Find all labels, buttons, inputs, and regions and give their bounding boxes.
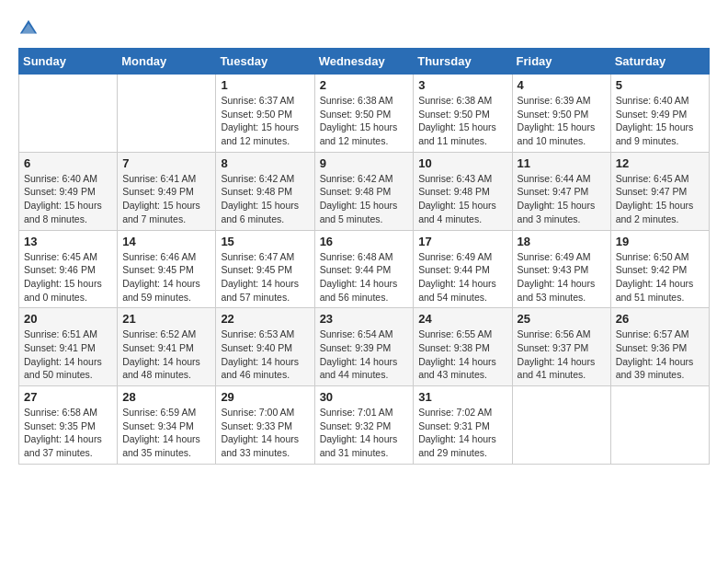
day-number: 25: [518, 312, 606, 326]
calendar-cell: 31Sunrise: 7:02 AMSunset: 9:31 PMDayligh…: [414, 386, 512, 465]
calendar-cell: 23Sunrise: 6:54 AMSunset: 9:39 PMDayligh…: [314, 308, 414, 386]
calendar-cell: 4Sunrise: 6:39 AMSunset: 9:50 PMDaylight…: [512, 75, 610, 153]
day-number: 22: [221, 312, 309, 326]
calendar-cell: 2Sunrise: 6:38 AMSunset: 9:50 PMDaylight…: [314, 75, 414, 153]
day-number: 18: [518, 235, 606, 248]
calendar-cell: [118, 75, 216, 153]
day-number: 31: [418, 390, 506, 404]
day-number: 2: [320, 78, 409, 92]
calendar-week-row: 1Sunrise: 6:37 AMSunset: 9:50 PMDaylight…: [19, 75, 710, 153]
day-number: 24: [418, 312, 506, 326]
calendar-cell: 29Sunrise: 7:00 AMSunset: 9:33 PMDayligh…: [216, 386, 314, 465]
cell-content: Sunrise: 6:37 AMSunset: 9:50 PMDaylight:…: [221, 94, 309, 148]
day-number: 23: [320, 312, 409, 326]
calendar-cell: 16Sunrise: 6:48 AMSunset: 9:44 PMDayligh…: [314, 230, 414, 308]
cell-content: Sunrise: 6:38 AMSunset: 9:50 PMDaylight:…: [418, 94, 506, 148]
day-number: 30: [320, 390, 409, 404]
calendar-cell: 12Sunrise: 6:45 AMSunset: 9:47 PMDayligh…: [610, 152, 709, 230]
cell-content: Sunrise: 6:40 AMSunset: 9:49 PMDaylight:…: [24, 172, 112, 226]
day-header-monday: Monday: [118, 49, 216, 75]
day-header-wednesday: Wednesday: [314, 49, 414, 75]
calendar-cell: 30Sunrise: 7:01 AMSunset: 9:32 PMDayligh…: [314, 386, 414, 465]
cell-content: Sunrise: 6:44 AMSunset: 9:47 PMDaylight:…: [518, 172, 606, 226]
calendar-header-row: SundayMondayTuesdayWednesdayThursdayFrid…: [19, 49, 710, 75]
cell-content: Sunrise: 6:55 AMSunset: 9:38 PMDaylight:…: [418, 327, 506, 382]
day-number: 21: [122, 312, 210, 326]
day-number: 5: [616, 78, 704, 92]
cell-content: Sunrise: 6:51 AMSunset: 9:41 PMDaylight:…: [24, 327, 112, 382]
day-number: 16: [320, 235, 409, 248]
cell-content: Sunrise: 6:45 AMSunset: 9:47 PMDaylight:…: [616, 172, 704, 226]
cell-content: Sunrise: 6:59 AMSunset: 9:34 PMDaylight:…: [122, 406, 210, 460]
day-header-friday: Friday: [512, 49, 610, 75]
calendar-cell: 27Sunrise: 6:58 AMSunset: 9:35 PMDayligh…: [19, 386, 118, 465]
day-number: 20: [24, 312, 112, 326]
day-number: 29: [221, 390, 309, 404]
calendar-cell: 7Sunrise: 6:41 AMSunset: 9:49 PMDaylight…: [118, 152, 216, 230]
day-number: 3: [418, 78, 506, 92]
logo-icon: [18, 18, 39, 39]
day-number: 13: [24, 235, 112, 248]
cell-content: Sunrise: 7:01 AMSunset: 9:32 PMDaylight:…: [320, 406, 409, 460]
day-number: 19: [616, 235, 704, 248]
cell-content: Sunrise: 6:49 AMSunset: 9:43 PMDaylight:…: [518, 250, 606, 304]
day-header-tuesday: Tuesday: [216, 49, 314, 75]
calendar-cell: 19Sunrise: 6:50 AMSunset: 9:42 PMDayligh…: [610, 230, 709, 308]
calendar-cell: 26Sunrise: 6:57 AMSunset: 9:36 PMDayligh…: [610, 308, 709, 386]
day-header-saturday: Saturday: [610, 49, 709, 75]
calendar-cell: 13Sunrise: 6:45 AMSunset: 9:46 PMDayligh…: [19, 230, 118, 308]
cell-content: Sunrise: 6:58 AMSunset: 9:35 PMDaylight:…: [24, 406, 112, 460]
calendar-cell: 1Sunrise: 6:37 AMSunset: 9:50 PMDaylight…: [216, 75, 314, 153]
cell-content: Sunrise: 6:52 AMSunset: 9:41 PMDaylight:…: [122, 327, 210, 382]
day-number: 9: [320, 156, 409, 170]
cell-content: Sunrise: 6:38 AMSunset: 9:50 PMDaylight:…: [320, 94, 409, 148]
page-header: [18, 18, 710, 39]
day-number: 15: [221, 235, 309, 248]
cell-content: Sunrise: 6:42 AMSunset: 9:48 PMDaylight:…: [320, 172, 409, 226]
calendar-cell: 21Sunrise: 6:52 AMSunset: 9:41 PMDayligh…: [118, 308, 216, 386]
day-number: 8: [221, 156, 309, 170]
calendar-week-row: 20Sunrise: 6:51 AMSunset: 9:41 PMDayligh…: [19, 308, 710, 386]
cell-content: Sunrise: 6:41 AMSunset: 9:49 PMDaylight:…: [122, 172, 210, 226]
cell-content: Sunrise: 7:02 AMSunset: 9:31 PMDaylight:…: [418, 406, 506, 460]
calendar-cell: 3Sunrise: 6:38 AMSunset: 9:50 PMDaylight…: [414, 75, 512, 153]
calendar-cell: [512, 386, 610, 465]
calendar-table: SundayMondayTuesdayWednesdayThursdayFrid…: [18, 48, 710, 465]
cell-content: Sunrise: 6:56 AMSunset: 9:37 PMDaylight:…: [518, 327, 606, 382]
calendar-cell: 24Sunrise: 6:55 AMSunset: 9:38 PMDayligh…: [414, 308, 512, 386]
day-header-sunday: Sunday: [19, 49, 118, 75]
day-number: 4: [518, 78, 606, 92]
cell-content: Sunrise: 7:00 AMSunset: 9:33 PMDaylight:…: [221, 406, 309, 460]
day-number: 28: [122, 390, 210, 404]
cell-content: Sunrise: 6:48 AMSunset: 9:44 PMDaylight:…: [320, 250, 409, 304]
cell-content: Sunrise: 6:53 AMSunset: 9:40 PMDaylight:…: [221, 327, 309, 382]
cell-content: Sunrise: 6:40 AMSunset: 9:49 PMDaylight:…: [616, 94, 704, 148]
day-number: 10: [418, 156, 506, 170]
logo: [18, 18, 42, 39]
cell-content: Sunrise: 6:39 AMSunset: 9:50 PMDaylight:…: [518, 94, 606, 148]
day-number: 17: [418, 235, 506, 248]
cell-content: Sunrise: 6:54 AMSunset: 9:39 PMDaylight:…: [320, 327, 409, 382]
calendar-cell: 11Sunrise: 6:44 AMSunset: 9:47 PMDayligh…: [512, 152, 610, 230]
day-header-thursday: Thursday: [414, 49, 512, 75]
calendar-cell: 6Sunrise: 6:40 AMSunset: 9:49 PMDaylight…: [19, 152, 118, 230]
calendar-cell: 28Sunrise: 6:59 AMSunset: 9:34 PMDayligh…: [118, 386, 216, 465]
cell-content: Sunrise: 6:50 AMSunset: 9:42 PMDaylight:…: [616, 250, 704, 304]
calendar-cell: [19, 75, 118, 153]
cell-content: Sunrise: 6:57 AMSunset: 9:36 PMDaylight:…: [616, 327, 704, 382]
calendar-cell: 25Sunrise: 6:56 AMSunset: 9:37 PMDayligh…: [512, 308, 610, 386]
day-number: 1: [221, 78, 309, 92]
calendar-cell: 18Sunrise: 6:49 AMSunset: 9:43 PMDayligh…: [512, 230, 610, 308]
cell-content: Sunrise: 6:42 AMSunset: 9:48 PMDaylight:…: [221, 172, 309, 226]
calendar-cell: 20Sunrise: 6:51 AMSunset: 9:41 PMDayligh…: [19, 308, 118, 386]
day-number: 27: [24, 390, 112, 404]
cell-content: Sunrise: 6:43 AMSunset: 9:48 PMDaylight:…: [418, 172, 506, 226]
calendar-cell: 15Sunrise: 6:47 AMSunset: 9:45 PMDayligh…: [216, 230, 314, 308]
calendar-week-row: 6Sunrise: 6:40 AMSunset: 9:49 PMDaylight…: [19, 152, 710, 230]
cell-content: Sunrise: 6:47 AMSunset: 9:45 PMDaylight:…: [221, 250, 309, 304]
day-number: 14: [122, 235, 210, 248]
day-number: 26: [616, 312, 704, 326]
day-number: 11: [518, 156, 606, 170]
cell-content: Sunrise: 6:49 AMSunset: 9:44 PMDaylight:…: [418, 250, 506, 304]
calendar-cell: 8Sunrise: 6:42 AMSunset: 9:48 PMDaylight…: [216, 152, 314, 230]
